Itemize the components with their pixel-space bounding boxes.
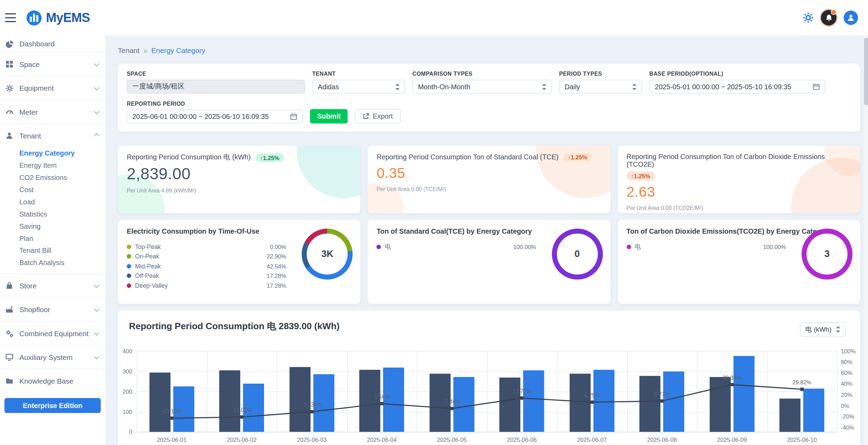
- right-axis-tick: 40%: [841, 380, 852, 387]
- select-caret-icon: [395, 83, 400, 90]
- space-input[interactable]: 一度城/商场/租区: [127, 80, 305, 94]
- legend-label: 电: [635, 243, 641, 251]
- period-types-select[interactable]: Daily: [559, 80, 642, 94]
- sidebar-subitem-load[interactable]: Load: [0, 196, 105, 208]
- legend-pct: 100.00%: [513, 243, 536, 250]
- sidebar-item-meter[interactable]: Meter: [0, 100, 105, 123]
- sidebar-item-dashboard[interactable]: Dashboard: [0, 36, 105, 52]
- shopping-bag-icon: [5, 281, 14, 290]
- comparison-types-select[interactable]: Month-On-Month: [413, 80, 552, 94]
- settings-gear-icon[interactable]: [803, 12, 814, 23]
- sidebar-subitem-energy-category[interactable]: Energy Category: [0, 147, 105, 159]
- kpi-row: Reporting Period Consumption 电 (kWh)↑1.2…: [118, 145, 860, 213]
- enterprise-edition-button[interactable]: Enterprise Edition: [5, 398, 101, 413]
- chevron-down-icon: [94, 354, 99, 359]
- x-axis-category-label: 2025-06-01: [137, 436, 207, 443]
- period-field-group: PERIOD TYPES Daily: [559, 71, 642, 93]
- chart-title: Reporting Period Consumption 电 2839.00 (…: [129, 320, 860, 333]
- x-axis-category-label: 2025-06-10: [767, 436, 837, 443]
- kpi-change-badge: ↑1.25%: [564, 153, 592, 161]
- legend-pct: 22.90%: [267, 253, 287, 260]
- pie-chart-icon: [5, 39, 14, 48]
- user-avatar[interactable]: [844, 10, 858, 25]
- base-period-input[interactable]: 2025-05-01 00:00:00 ~ 2025-05-10 16:09:3…: [649, 80, 825, 94]
- submit-button[interactable]: Submit: [310, 109, 348, 123]
- breadcrumb-parent[interactable]: Tenant: [118, 46, 139, 55]
- right-axis-tick: 20%: [841, 391, 852, 398]
- kpi-title: Reporting Period Consumption Ton of Stan…: [377, 153, 558, 161]
- sidebar-subitem-energy-item[interactable]: Energy Item: [0, 159, 105, 172]
- calendar-icon[interactable]: [813, 83, 820, 90]
- sidebar-item-tenant[interactable]: Tenant: [0, 123, 105, 147]
- export-button[interactable]: Export: [355, 109, 400, 123]
- left-axis-tick: 300: [118, 368, 132, 375]
- sidebar-item-label: Tenant: [20, 131, 41, 140]
- chart-unit-select[interactable]: 电 (kWh): [800, 322, 846, 337]
- sidebar: Dashboard Space Equipment Meter Tenant E…: [0, 36, 105, 445]
- gear-icon: [5, 84, 14, 92]
- tce-legend: 电100.00%: [377, 242, 536, 252]
- topbar: MyEMS: [0, 0, 868, 36]
- topbar-actions: [803, 10, 858, 25]
- svg-text:8.27%: 8.27%: [654, 391, 670, 397]
- sidebar-subitem-co2-emissions[interactable]: CO2 Emissions: [0, 172, 105, 184]
- kpi-card-tce: Reporting Period Consumption Ton of Stan…: [368, 145, 611, 213]
- reporting-period-label: REPORTING PERIOD: [127, 101, 303, 107]
- legend-label: Top-Peak: [135, 243, 161, 250]
- gauge-icon: [5, 107, 14, 116]
- legend-item: Top-Peak0.00%: [127, 242, 287, 252]
- tou-donut-chart: 3K: [302, 229, 353, 280]
- base-period-field-group: BASE PERIOD(OPTIONAL) 2025-05-01 00:00:0…: [649, 71, 825, 93]
- kpi-caption: Per Unit Area 0.00 (TCE/M²): [377, 186, 602, 192]
- sidebar-item-knowledge-base[interactable]: Knowledge Base: [0, 369, 105, 392]
- scrollbar-thumb[interactable]: [864, 38, 868, 105]
- sidebar-item-equipment[interactable]: Equipment: [0, 76, 105, 99]
- breadcrumb-current[interactable]: Energy Category: [151, 46, 205, 55]
- brand-logo[interactable]: MyEMS: [26, 10, 90, 26]
- right-axis-tick: 80%: [841, 359, 852, 365]
- sidebar-item-shopfloor[interactable]: Shopfloor: [0, 297, 105, 321]
- left-axis-tick: 200: [118, 388, 132, 395]
- tenant-select[interactable]: Adidas: [312, 80, 405, 94]
- notifications-bell-icon[interactable]: [821, 10, 836, 25]
- x-axis-category-label: 2025-06-08: [627, 436, 697, 443]
- kpi-card-electricity: Reporting Period Consumption 电 (kWh)↑1.2…: [118, 145, 361, 213]
- svg-text:13.70%: 13.70%: [513, 388, 531, 394]
- sidebar-subitem-saving[interactable]: Saving: [0, 220, 105, 233]
- legend-overflow-ellipsis[interactable]: ..: [341, 280, 346, 287]
- sidebar-subitem-cost[interactable]: Cost: [0, 184, 105, 196]
- sidebar-subitem-tenant-bill[interactable]: Tenant Bill: [0, 245, 105, 257]
- reporting-period-input[interactable]: 2025-06-01 00:00:00 ~ 2025-06-10 16:09:3…: [127, 110, 303, 123]
- myems-logo-icon: [26, 10, 42, 26]
- legend-item: On-Peak22.90%: [127, 251, 287, 261]
- kpi-title: Reporting Period Consumption Ton of Carb…: [626, 153, 851, 168]
- chart-unit-value: 电 (kWh): [805, 325, 831, 334]
- sidebar-item-space[interactable]: Space: [0, 52, 105, 76]
- sidebar-item-store[interactable]: Store: [0, 273, 105, 297]
- sidebar-item-combined-equipment[interactable]: Combined Equipment: [0, 321, 105, 345]
- chevron-up-icon: [94, 133, 99, 138]
- gears-icon: [5, 329, 14, 338]
- reporting-period-value: 2025-06-01 00:00:00 ~ 2025-06-10 16:09:3…: [132, 113, 286, 120]
- monitor-icon: [5, 353, 14, 361]
- tco2e-legend: 电100.00%: [626, 242, 786, 252]
- comparison-select-value: Month-On-Month: [418, 83, 537, 90]
- sidebar-subitem-statistics[interactable]: Statistics: [0, 208, 105, 220]
- right-axis-tick: 60%: [841, 369, 852, 376]
- sidebar-item-auxiliary-system[interactable]: Auxiliary System: [0, 345, 105, 369]
- legend-label: Deep-Valley: [135, 282, 168, 289]
- calendar-icon[interactable]: [290, 113, 297, 120]
- kpi-change-badge: ↑1.25%: [626, 172, 655, 180]
- period-select-value: Daily: [565, 83, 628, 90]
- legend-pct: 17.28%: [267, 272, 287, 279]
- sidebar-subitem-batch-analysis[interactable]: Batch Analysis: [0, 257, 105, 269]
- chevron-down-icon: [94, 84, 99, 90]
- kpi-card-tco2e: Reporting Period Consumption Ton of Carb…: [618, 145, 860, 213]
- sidebar-subitem-plan[interactable]: Plan: [0, 233, 105, 245]
- legend-item: Deep-Valley17.28%: [127, 281, 287, 291]
- consumption-chart-card: Reporting Period Consumption 电 2839.00 (…: [118, 311, 860, 445]
- tco2e-donut-chart: 3: [801, 229, 852, 280]
- tenant-label: TENANT: [312, 71, 405, 77]
- menu-toggle-icon[interactable]: [5, 13, 16, 22]
- legend-dot: [626, 244, 631, 249]
